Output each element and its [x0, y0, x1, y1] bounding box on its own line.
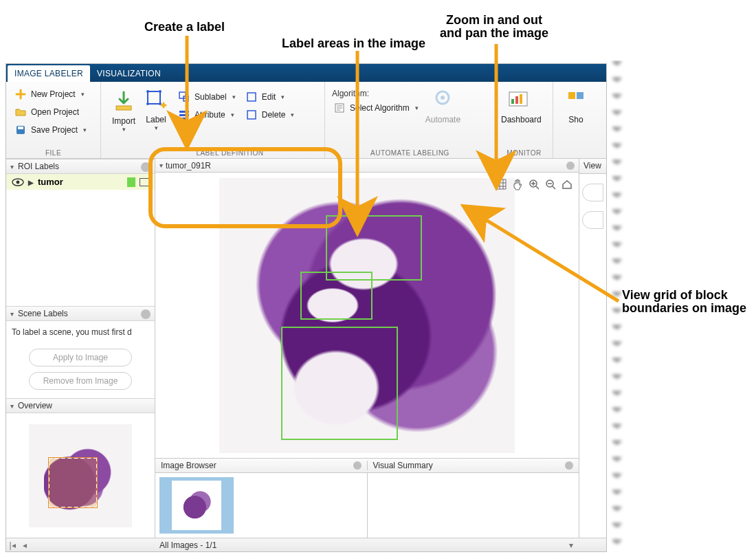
save-icon — [14, 124, 27, 136]
grid-icon — [562, 86, 590, 113]
delete-label: Delete — [262, 110, 286, 120]
sublabel-label: Sublabel — [194, 92, 227, 102]
gear-icon[interactable] — [566, 162, 575, 170]
zoom-out-button[interactable] — [543, 177, 558, 192]
callout-create-label: Create a label — [144, 21, 225, 34]
gear-icon[interactable] — [353, 461, 362, 470]
roi-rectangle[interactable] — [300, 272, 373, 320]
label-button-label: Label — [146, 115, 166, 124]
document-tab[interactable]: ▾ tumor_091R — [155, 159, 579, 173]
gear-icon[interactable] — [141, 309, 151, 319]
truncated-button[interactable]: Sho — [559, 86, 593, 124]
view-stub-button[interactable] — [582, 211, 603, 229]
overview-body — [6, 413, 155, 538]
label-button[interactable]: Label — [141, 86, 171, 131]
first-image-button[interactable]: |◂ — [6, 540, 19, 550]
visual-summary-title: Visual Summary — [373, 461, 433, 470]
roi-shape-rectangle-icon — [140, 178, 149, 186]
toolstrip: New Project ▾ Open Project Save Project … — [6, 82, 606, 159]
svg-rect-8 — [179, 92, 186, 98]
edit-rectangle-icon — [245, 91, 258, 103]
gear-icon[interactable] — [565, 461, 573, 470]
algorithm-field-label: Algorithm: — [331, 89, 421, 98]
image-labeler-app: IMAGE LABELER VISUALIZATION New Project … — [5, 63, 607, 552]
panel-header-roi-labels[interactable]: ROI Labels — [6, 159, 155, 174]
chevron-down-icon: ▾ — [231, 111, 234, 118]
browser-header: Image Browser Visual Summary — [155, 458, 579, 473]
save-project-button[interactable]: Save Project ▾ — [12, 122, 95, 138]
panel-header-visual-summary[interactable]: Visual Summary — [367, 461, 579, 470]
truncated-label: Sho — [568, 115, 583, 124]
svg-point-6 — [146, 102, 149, 105]
group-title-file: FILE — [12, 148, 95, 157]
select-algorithm-dropdown[interactable]: Select Algorithm ▾ — [331, 100, 421, 116]
automate-button[interactable]: Automate — [425, 86, 460, 124]
plus-icon — [14, 88, 27, 100]
panel-title-view[interactable]: View — [579, 159, 606, 174]
callout-zoom-pan: Zoom in and out and pan the image — [440, 14, 548, 40]
panel-header-overview[interactable]: Overview — [6, 398, 155, 413]
group-title-automate: AUTOMATE LABELING — [331, 148, 489, 157]
document-title: tumor_091R — [166, 161, 211, 171]
svg-rect-11 — [179, 114, 189, 116]
view-stub-button[interactable] — [582, 184, 603, 201]
callout-grid: View grid of block boundaries on image — [622, 289, 746, 315]
panel-title-overview: Overview — [18, 401, 52, 410]
edit-button[interactable]: Edit ▾ — [243, 89, 298, 105]
group-title-labeldef: LABEL DEFINITION — [141, 148, 319, 157]
delete-rectangle-icon — [245, 109, 258, 121]
attribute-button[interactable]: Attribute ▾ — [175, 107, 238, 123]
status-bar: |◂ ◂ All Images - 1/1 ▾ — [6, 538, 606, 551]
image-counter-chevron[interactable]: ▾ — [565, 540, 577, 550]
overview-thumbnail[interactable] — [29, 424, 132, 527]
svg-rect-1 — [18, 127, 23, 129]
gear-icon[interactable] — [141, 162, 151, 172]
new-project-button[interactable]: New Project ▾ — [12, 86, 95, 102]
open-project-label: Open Project — [31, 107, 79, 117]
svg-point-25 — [16, 180, 20, 184]
image-canvas[interactable] — [219, 178, 515, 453]
svg-rect-21 — [520, 94, 522, 104]
eye-icon[interactable] — [12, 178, 24, 186]
svg-rect-19 — [511, 99, 514, 104]
image-browser-thumbnail[interactable] — [159, 477, 234, 534]
dashboard-button[interactable]: Dashboard — [501, 86, 535, 124]
zoom-in-button[interactable] — [526, 177, 542, 192]
chevron-down-icon: ▾ — [81, 91, 85, 98]
toolstrip-group-file: New Project ▾ Open Project Save Project … — [6, 82, 101, 158]
viewer-toolbar — [492, 175, 576, 193]
delete-button[interactable]: Delete ▾ — [243, 107, 298, 123]
overview-viewport-rect[interactable] — [48, 457, 98, 508]
callout-label-areas: Label areas in the image — [282, 37, 425, 50]
panel-header-image-browser[interactable]: Image Browser — [155, 461, 367, 470]
pan-hand-button[interactable] — [510, 177, 525, 192]
right-dock: View — [579, 159, 606, 538]
roi-rectangle[interactable] — [281, 327, 398, 440]
chevron-down-icon — [10, 309, 15, 318]
new-project-label: New Project — [31, 89, 76, 99]
sublabel-button[interactable]: Sublabel ▾ — [175, 89, 238, 105]
toolstrip-group-truncated: Sho — [553, 82, 606, 158]
tab-visualization[interactable]: VISUALIZATION — [90, 65, 168, 82]
open-project-button[interactable]: Open Project — [12, 104, 95, 120]
tab-image-labeler[interactable]: IMAGE LABELER — [8, 65, 90, 82]
home-view-button[interactable] — [559, 177, 575, 192]
panel-header-scene-labels[interactable]: Scene Labels — [6, 306, 155, 321]
dashboard-icon — [504, 86, 532, 113]
roi-label-item-tumor[interactable]: tumor — [6, 174, 155, 190]
svg-rect-14 — [247, 111, 256, 119]
toolstrip-group-labeldef: Label Sublabel ▾ Attribute ▾ — [135, 82, 325, 158]
remove-from-image-button[interactable]: Remove from Image — [29, 372, 132, 390]
select-algorithm-label: Select Algorithm — [350, 103, 410, 113]
svg-rect-10 — [179, 111, 189, 113]
apply-to-image-button[interactable]: Apply to Image — [29, 349, 132, 366]
chevron-down-icon — [10, 401, 15, 410]
panel-title-scene: Scene Labels — [18, 309, 68, 318]
import-label: Import — [112, 116, 135, 126]
expand-tri-icon[interactable] — [28, 177, 34, 187]
grid-overlay-button[interactable] — [493, 177, 509, 192]
roi-rectangle[interactable] — [326, 215, 422, 281]
prev-image-button[interactable]: ◂ — [19, 540, 31, 550]
automate-label: Automate — [425, 115, 460, 124]
chevron-down-icon: ▾ — [291, 111, 294, 118]
